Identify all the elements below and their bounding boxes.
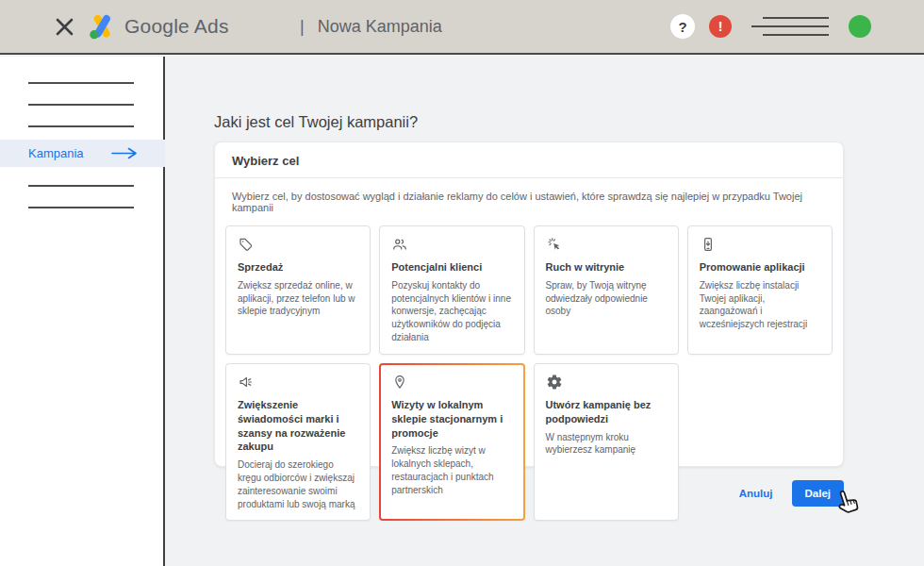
goal-description: Spraw, by Twoją witrynę odwiedzały odpow… xyxy=(546,279,667,318)
main-content: Jaki jest cel Twojej kampanii? Wybierz c… xyxy=(167,57,924,566)
sidebar-item-kampania[interactable]: Kampania xyxy=(0,140,165,167)
arrow-right-icon xyxy=(110,147,139,159)
megaphone-icon xyxy=(238,374,255,391)
title-separator: | xyxy=(300,17,305,37)
goal-title: Potencjalni klienci xyxy=(391,260,512,275)
goal-title: Wizyty w lokalnym sklepie stacjonarnym i… xyxy=(391,398,512,441)
goal-title: Ruch w witrynie xyxy=(546,260,667,275)
actions-row: Anuluj Dalej xyxy=(214,480,844,507)
page-title: Nowa Kampania xyxy=(318,17,442,37)
app-name: Google Ads xyxy=(124,15,229,38)
avatar[interactable] xyxy=(849,15,871,38)
next-button[interactable]: Dalej xyxy=(792,480,845,507)
goal-card-ruch-w-witrynie[interactable]: Ruch w witrynie Spraw, by Twoją witrynę … xyxy=(534,225,679,355)
sidebar: Kampania xyxy=(0,57,165,566)
placeholder-line xyxy=(751,25,829,27)
goal-title: Promowanie aplikacji xyxy=(700,260,820,275)
app-download-icon xyxy=(700,236,717,253)
goal-title: Zwiększenie świadomości marki i szansy n… xyxy=(238,398,358,454)
sidebar-item-label: Kampania xyxy=(28,146,84,160)
goal-card-potencjalni-klienci[interactable]: Potencjalni klienci Pozyskuj kontakty do… xyxy=(379,225,524,355)
sidebar-placeholder-line xyxy=(28,207,134,208)
alert-icon[interactable]: ! xyxy=(709,15,732,38)
help-icon[interactable]: ? xyxy=(670,14,695,39)
goal-description: Zwiększ liczbę instalacji Twojej aplikac… xyxy=(700,279,820,331)
goal-description: Zwiększ sprzedaż online, w aplikacji, pr… xyxy=(238,279,358,318)
top-header: Google Ads | Nowa Kampania ? ! xyxy=(0,0,924,55)
google-ads-logo-icon xyxy=(85,9,119,43)
location-pin-icon xyxy=(391,374,408,391)
gear-icon xyxy=(546,374,563,391)
placeholder-line xyxy=(763,17,829,19)
tag-icon xyxy=(238,236,255,253)
page-title-group: | Nowa Kampania xyxy=(300,17,442,37)
click-cursor-icon xyxy=(546,236,563,253)
header-actions: ? ! xyxy=(670,14,871,39)
page-heading: Jaki jest cel Twojej kampanii? xyxy=(214,113,418,131)
sidebar-placeholder-line xyxy=(28,125,134,127)
choose-goal-panel: Wybierz cel Wybierz cel, by dostosować w… xyxy=(214,142,844,467)
people-icon xyxy=(391,236,408,253)
goal-card-promowanie-aplikacji[interactable]: Promowanie aplikacji Zwiększ liczbę inst… xyxy=(687,225,833,355)
goal-card-sprzedaz[interactable]: Sprzedaż Zwiększ sprzedaż online, w apli… xyxy=(225,225,371,355)
goal-description: Pozyskuj kontakty do potencjalnych klien… xyxy=(391,279,512,344)
goal-title: Sprzedaż xyxy=(238,260,358,275)
sidebar-placeholder-line xyxy=(28,185,134,187)
menu-lines-placeholder xyxy=(751,17,829,36)
panel-description: Wybierz cel, by dostosować wygląd i dzia… xyxy=(215,178,843,222)
panel-title: Wybierz cel xyxy=(215,142,843,178)
cancel-button[interactable]: Anuluj xyxy=(739,488,773,499)
goal-title: Utwórz kampanię bez podpowiedzi xyxy=(546,398,667,426)
close-icon[interactable] xyxy=(53,15,75,38)
placeholder-line xyxy=(763,34,829,36)
goal-description: W następnym kroku wybierzesz kampanię xyxy=(546,431,667,458)
sidebar-placeholder-line xyxy=(28,104,134,106)
sidebar-placeholder-line xyxy=(28,82,134,84)
